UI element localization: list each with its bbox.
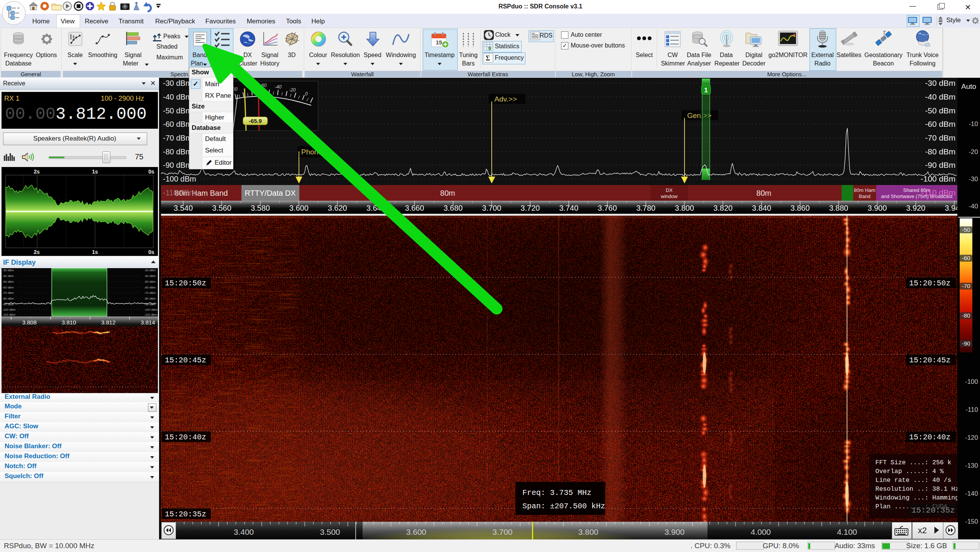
svg-text:3.808: 3.808 (22, 319, 37, 326)
svg-text:-50 dBm: -50 dBm (925, 106, 955, 115)
svg-text:-70 dBm: -70 dBm (2, 291, 14, 295)
svg-text:3.400: 3.400 (234, 527, 254, 536)
svg-text:4.100: 4.100 (837, 527, 857, 536)
svg-text:Windowing ...: Hamming: Windowing ...: Hamming (875, 494, 957, 501)
svg-text:80m Ham: 80m Ham (854, 187, 875, 193)
svg-text:3.800: 3.800 (578, 527, 599, 536)
svg-text:15:20:45z: 15:20:45z (909, 356, 950, 365)
svg-text:3.600: 3.600 (406, 527, 427, 536)
svg-text:-80 dBm: -80 dBm (144, 297, 156, 300)
svg-text:3.540: 3.540 (174, 204, 193, 212)
svg-text:-65.9: -65.9 (249, 118, 262, 124)
svg-text:-100 dBm: -100 dBm (163, 175, 196, 183)
svg-text:-80: -80 (246, 84, 253, 90)
svg-text:-50 dBm: -50 dBm (2, 280, 14, 283)
svg-text:Overlap .....: 4 %: Overlap .....: 4 % (875, 468, 944, 475)
svg-text:3.600: 3.600 (289, 204, 309, 212)
svg-text:-40 dBm: -40 dBm (925, 92, 955, 101)
svg-text:-30 dBm: -30 dBm (2, 269, 14, 272)
svg-text:3.812: 3.812 (101, 319, 116, 326)
svg-text:3.820: 3.820 (713, 204, 732, 212)
svg-text:-50 dBm: -50 dBm (144, 280, 156, 283)
svg-text:-70 dBm: -70 dBm (144, 291, 156, 295)
svg-text:-100 dBm: -100 dBm (2, 308, 16, 311)
svg-text:-110 dBm: -110 dBm (921, 188, 956, 197)
svg-text:-30 dBm: -30 dBm (925, 79, 955, 87)
svg-text:Span: ±207.500 kHz: Span: ±207.500 kHz (522, 502, 605, 511)
svg-text:15:20:50z: 15:20:50z (909, 279, 950, 288)
svg-text:15:20:40z: 15:20:40z (909, 433, 950, 442)
svg-text:-30 dBm: -30 dBm (163, 79, 192, 87)
svg-text:-30 dBm: -30 dBm (144, 269, 156, 272)
svg-text:-80 dBm: -80 dBm (163, 147, 192, 156)
svg-text:3.860: 3.860 (791, 204, 810, 212)
svg-text:3.900: 3.900 (665, 527, 685, 536)
svg-text:3.680: 3.680 (443, 204, 463, 212)
svg-text:3.660: 3.660 (405, 204, 424, 212)
svg-text:Freq: 3.735 MHz: Freq: 3.735 MHz (522, 488, 591, 497)
svg-text:3.940: 3.940 (945, 204, 957, 212)
svg-text:3.700: 3.700 (482, 204, 501, 212)
svg-text:4.000: 4.000 (751, 527, 771, 536)
svg-text:9: 9 (488, 46, 491, 51)
svg-text:3.640: 3.640 (366, 204, 386, 212)
svg-text:-70 dBm: -70 dBm (925, 133, 955, 142)
svg-text:-40 dBm: -40 dBm (163, 93, 192, 101)
svg-text:-80 dBm: -80 dBm (925, 147, 955, 156)
svg-text:3.760: 3.760 (598, 204, 617, 212)
svg-text:0: 0 (305, 91, 308, 97)
svg-text:3.720: 3.720 (520, 204, 540, 212)
svg-text:3.620: 3.620 (328, 204, 347, 212)
svg-text:3.810: 3.810 (62, 319, 76, 326)
svg-text:3.840: 3.840 (752, 204, 771, 212)
svg-text:-110 dBm: -110 dBm (2, 313, 15, 316)
svg-text:window: window (660, 193, 678, 199)
svg-text:-40 dBm: -40 dBm (144, 274, 156, 278)
svg-text:-60 dBm: -60 dBm (2, 286, 14, 289)
svg-text:3.900: 3.900 (868, 204, 887, 212)
svg-text:Phone: Phone (301, 148, 322, 156)
svg-text:3.814: 3.814 (141, 319, 155, 326)
svg-text:-60 dBm: -60 dBm (144, 286, 156, 289)
svg-text:Line rate ...: 40 /s: Line rate ...: 40 /s (875, 477, 951, 484)
svg-text:-50 dBm: -50 dBm (163, 106, 192, 115)
svg-text:Band: Band (859, 193, 870, 199)
svg-text:-110 dBm: -110 dBm (144, 313, 157, 316)
svg-text:15:20:45z: 15:20:45z (165, 356, 206, 365)
svg-text:-70 dBm: -70 dBm (163, 134, 192, 142)
svg-text:-80 dBm: -80 dBm (2, 297, 14, 300)
svg-text:3.740: 3.740 (559, 204, 578, 212)
svg-text:-60 dBm: -60 dBm (925, 120, 955, 128)
svg-text:3.800: 3.800 (675, 204, 694, 212)
svg-text:15:20:50z: 15:20:50z (165, 279, 206, 288)
svg-text:15:20:40z: 15:20:40z (165, 433, 206, 442)
svg-text:Σ: Σ (486, 54, 490, 62)
svg-text:3.500: 3.500 (320, 527, 340, 536)
svg-text:15: 15 (436, 39, 442, 46)
svg-text:-60: -60 (260, 83, 267, 88)
svg-text:Resolution ..: 38.1 Hz: Resolution ..: 38.1 Hz (875, 485, 957, 493)
svg-text:80m: 80m (440, 189, 455, 197)
svg-text:-90 dBm: -90 dBm (925, 161, 955, 169)
svg-text:-40 dBm: -40 dBm (2, 274, 14, 278)
svg-text:3.880: 3.880 (829, 204, 848, 212)
svg-text:DX: DX (666, 187, 673, 193)
svg-text:3.780: 3.780 (636, 204, 655, 212)
svg-text:-110 dBm: -110 dBm (163, 188, 195, 197)
svg-text:-60 dBm: -60 dBm (163, 120, 192, 128)
svg-text:Adv.>>: Adv.>> (494, 95, 517, 103)
svg-text:-20: -20 (289, 87, 296, 93)
svg-text:3.560: 3.560 (212, 204, 231, 212)
svg-text:-100 dBm: -100 dBm (144, 308, 158, 311)
svg-text:1: 1 (704, 87, 708, 94)
svg-text:-100 dBm: -100 dBm (921, 174, 955, 183)
svg-text:3.700: 3.700 (492, 527, 513, 536)
svg-text:-90 dBm: -90 dBm (163, 161, 192, 169)
svg-text:-40: -40 (275, 84, 282, 90)
svg-text:3.920: 3.920 (906, 204, 925, 212)
svg-text:15:20:35z: 15:20:35z (911, 506, 955, 515)
svg-text:RTTY/Data DX: RTTY/Data DX (245, 189, 296, 197)
svg-text:3.580: 3.580 (251, 204, 270, 212)
svg-text:80m: 80m (757, 189, 772, 197)
svg-text:FFT Size ....: 256 k: FFT Size ....: 256 k (875, 459, 951, 466)
